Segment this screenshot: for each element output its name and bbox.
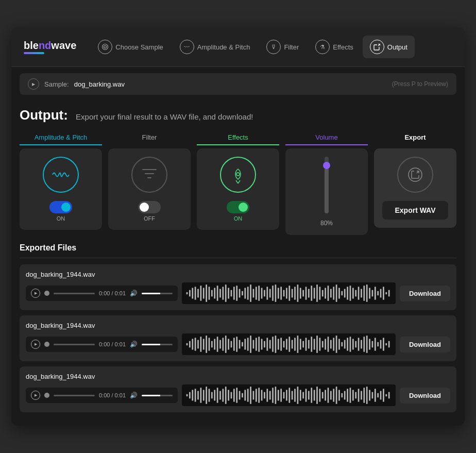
svg-rect-58: [336, 284, 337, 302]
tab-card-filter: Filter OFF: [108, 133, 191, 235]
svg-rect-135: [344, 340, 346, 349]
svg-rect-80: [192, 339, 193, 350]
tab-label-filter[interactable]: Filter: [108, 133, 191, 145]
svg-rect-66: [358, 287, 360, 299]
volume-bar-1[interactable]: [142, 293, 173, 294]
svg-rect-79: [189, 341, 191, 348]
sidebar-item-filter[interactable]: ⊽ Filter: [259, 36, 306, 58]
svg-rect-196: [308, 391, 310, 400]
play-button-3[interactable]: ▶: [31, 391, 40, 400]
volume-bar-3[interactable]: [142, 395, 173, 396]
svg-rect-43: [294, 287, 296, 299]
logo: blendwave: [24, 40, 76, 54]
card-amplitude: ON: [20, 148, 102, 230]
card-volume: 80%: [285, 148, 368, 235]
sidebar-item-choose-sample[interactable]: Choose Sample: [91, 36, 171, 58]
svg-rect-180: [264, 392, 265, 399]
progress-bar-3[interactable]: [54, 395, 95, 396]
svg-rect-16: [219, 289, 221, 298]
volume-slider[interactable]: [325, 157, 329, 213]
svg-rect-109: [272, 337, 274, 351]
logo-wave: [24, 52, 44, 54]
svg-rect-59: [338, 288, 340, 299]
play-button-2[interactable]: ▶: [31, 340, 40, 349]
preview-hint: (Press P to Preview): [392, 80, 448, 88]
svg-rect-104: [258, 337, 260, 351]
export-wav-button[interactable]: Export WAV: [382, 201, 448, 220]
svg-rect-57: [333, 287, 334, 299]
svg-rect-105: [261, 339, 263, 350]
svg-rect-12: [209, 287, 210, 299]
svg-rect-129: [328, 337, 329, 351]
svg-rect-190: [292, 391, 293, 400]
svg-rect-14: [214, 288, 215, 299]
svg-rect-40: [286, 288, 287, 299]
svg-rect-123: [311, 337, 312, 351]
svg-rect-143: [366, 335, 368, 353]
download-button-1[interactable]: Download: [400, 286, 450, 301]
svg-rect-118: [297, 335, 299, 353]
svg-rect-169: [233, 389, 235, 401]
volume-bar-2[interactable]: [142, 344, 173, 345]
download-button-2[interactable]: Download: [400, 337, 450, 353]
svg-rect-91: [223, 338, 224, 350]
volume-knob[interactable]: [323, 162, 330, 169]
svg-rect-92: [225, 335, 227, 353]
svg-rect-200: [319, 389, 321, 401]
svg-rect-47: [305, 287, 307, 299]
svg-rect-223: [383, 389, 384, 401]
svg-rect-107: [266, 338, 268, 350]
svg-rect-83: [200, 337, 202, 351]
file-name: dog_barking_1944.wav: [26, 373, 450, 380]
tab-label-export[interactable]: Export: [374, 133, 456, 145]
svg-rect-167: [228, 390, 229, 401]
tab-label-amplitude[interactable]: Amplitude & Pitch: [20, 133, 102, 145]
svg-rect-67: [361, 289, 362, 298]
svg-rect-213: [355, 392, 356, 399]
svg-rect-181: [266, 389, 268, 401]
svg-rect-102: [253, 340, 254, 349]
toggle-amplitude[interactable]: [49, 201, 72, 213]
play-button-1[interactable]: ▶: [31, 289, 40, 298]
download-button-3[interactable]: Download: [400, 388, 450, 404]
svg-rect-18: [225, 284, 227, 302]
svg-rect-149: [383, 338, 384, 350]
progress-bar-1[interactable]: [54, 293, 95, 294]
svg-rect-86: [209, 338, 210, 350]
file-item: dog_barking_1944.wav ▶ 0:00 / 0:01 🔊: [20, 264, 456, 310]
sidebar-item-amplitude[interactable]: 〰 Amplitude & Pitch: [173, 36, 258, 58]
file-name: dog_barking_1944.wav: [26, 322, 450, 329]
progress-bar-2[interactable]: [54, 344, 95, 345]
svg-rect-224: [385, 394, 387, 396]
toggle-filter[interactable]: [138, 201, 161, 213]
file-item: dog_barking_1944.wav ▶ 0:00 / 0:01 🔊: [20, 366, 456, 412]
audio-player-2: ▶ 0:00 / 0:01 🔊: [26, 337, 178, 352]
svg-rect-76: [385, 292, 387, 294]
svg-rect-124: [314, 339, 315, 350]
sidebar-item-output[interactable]: Output: [363, 36, 415, 58]
svg-point-2: [236, 173, 240, 176]
toggle-effects[interactable]: [227, 201, 249, 213]
svg-rect-77: [388, 290, 390, 297]
svg-rect-195: [305, 389, 307, 401]
svg-rect-178: [258, 388, 260, 402]
svg-rect-205: [333, 389, 334, 401]
svg-rect-68: [363, 286, 365, 300]
svg-rect-108: [269, 340, 271, 349]
tab-label-volume[interactable]: Volume: [285, 133, 368, 145]
svg-point-1: [104, 46, 107, 48]
svg-rect-210: [347, 389, 348, 401]
svg-rect-64: [352, 288, 354, 299]
sidebar-item-effects[interactable]: ⚗ Effects: [308, 36, 361, 58]
svg-rect-165: [223, 389, 224, 401]
time-display-3: 0:00 / 0:01: [99, 392, 126, 398]
svg-rect-61: [344, 289, 346, 298]
svg-rect-38: [280, 287, 282, 299]
svg-rect-25: [245, 288, 246, 299]
svg-rect-160: [209, 389, 210, 401]
svg-rect-204: [330, 391, 332, 400]
preview-play-button[interactable]: ▶: [28, 78, 39, 90]
tab-label-effects[interactable]: Effects: [197, 133, 279, 145]
svg-rect-141: [361, 340, 362, 349]
svg-rect-166: [225, 387, 227, 404]
